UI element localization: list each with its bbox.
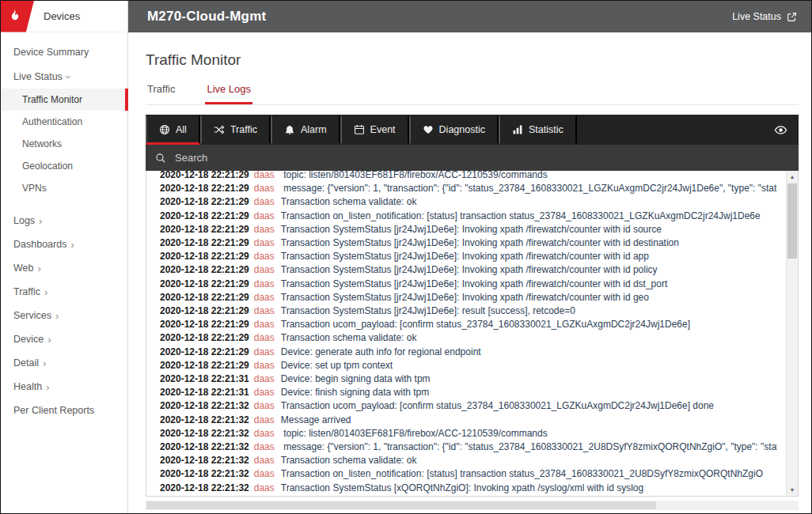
content-tabs: TrafficLive Logs	[146, 80, 799, 105]
log-toolbar: AllTrafficAlarmEventDiagnosticStatistic	[146, 115, 799, 145]
sidebar-item-detail[interactable]: Detail›	[1, 351, 127, 375]
log-line: 2020-12-18 22:21:29daasTransaction Syste…	[160, 236, 777, 250]
log-message: topic: listen/801403EF681F8/firebox/ACC-…	[281, 171, 548, 180]
sidebar-item-traffic-monitor[interactable]: Traffic Monitor	[1, 89, 127, 111]
sidebar-item-device-summary[interactable]: Device Summary	[1, 40, 127, 64]
scroll-up-arrow-icon[interactable]: ▲	[787, 171, 798, 183]
live-status-link[interactable]: Live Status	[732, 11, 797, 22]
sidebar-item-per-client-reports[interactable]: Per Client Reports	[1, 399, 127, 422]
log-filter-label: Event	[370, 124, 396, 135]
log-source: daas	[254, 455, 275, 466]
log-timestamp: 2020-12-18 22:21:29	[160, 171, 249, 180]
log-line: 2020-12-18 22:21:29daasTransaction Syste…	[160, 250, 777, 263]
sidebar-item-label: Dashboards	[13, 239, 66, 250]
sidebar-item-geolocation[interactable]: Geolocation	[1, 155, 127, 177]
sidebar-item-networks[interactable]: Networks	[1, 133, 127, 155]
log-source: daas	[254, 428, 275, 439]
log-filter-diagnostic[interactable]: Diagnostic	[409, 115, 499, 145]
content-area: Traffic Monitor TrafficLive Logs AllTraf…	[128, 32, 811, 513]
heart-icon	[423, 124, 434, 135]
log-filter-statistic[interactable]: Statistic	[499, 115, 577, 145]
chevron-right-icon: ›	[47, 334, 51, 345]
vertical-scrollbar[interactable]: ▲ ▼	[786, 171, 798, 496]
eye-icon	[774, 123, 787, 137]
chevron-right-icon: ›	[39, 216, 42, 226]
log-line: 2020-12-18 22:21:29daasTransaction Syste…	[160, 263, 777, 277]
sidebar-item-traffic[interactable]: Traffic›	[1, 280, 127, 304]
device-title: M270-Cloud-Mgmt	[147, 9, 732, 25]
log-line: 2020-12-18 22:21:29daasTransaction schem…	[160, 195, 777, 209]
sidebar-item-live-status[interactable]: Live Status›	[1, 64, 127, 89]
log-timestamp: 2020-12-18 22:21:29	[160, 237, 249, 248]
horizontal-scrollbar-thumb[interactable]	[146, 501, 656, 509]
sidebar-item-vpns[interactable]: VPNs	[1, 177, 127, 199]
sidebar-item-logs[interactable]: Logs›	[1, 209, 127, 232]
log-source: daas	[254, 196, 275, 207]
log-timestamp: 2020-12-18 22:21:29	[160, 319, 249, 330]
log-source: daas	[254, 224, 275, 235]
log-filter-alarm[interactable]: Alarm	[271, 115, 340, 145]
log-line: 2020-12-18 22:21:29daasTransaction ucom_…	[160, 318, 777, 331]
chevron-right-icon: ›	[55, 311, 59, 321]
sidebar-item-label: Per Client Reports	[13, 405, 94, 416]
tab-live-logs[interactable]: Live Logs	[205, 80, 252, 104]
log-filter-label: Traffic	[230, 124, 257, 135]
chevron-right-icon: ›	[70, 240, 74, 250]
calendar-icon	[354, 124, 365, 135]
sidebar-item-authentication[interactable]: Authentication	[1, 111, 127, 133]
sidebar: Devices Device SummaryLive Status›Traffi…	[1, 1, 128, 513]
search-input[interactable]	[173, 151, 569, 164]
log-message: topic: listen/801403EF681F8/firebox/ACC-…	[281, 428, 548, 439]
sidebar-item-label: Health	[13, 381, 42, 392]
log-filter-event[interactable]: Event	[340, 115, 409, 145]
tab-traffic[interactable]: Traffic	[146, 80, 176, 104]
log-source: daas	[254, 210, 275, 221]
log-line: 2020-12-18 22:21:29daasTransaction on_li…	[160, 210, 777, 223]
sidebar-item-web[interactable]: Web›	[1, 256, 127, 280]
sidebar-item-label: Traffic Monitor	[22, 94, 82, 105]
bar-chart-icon	[512, 124, 523, 135]
log-source: daas	[254, 319, 275, 330]
log-source: daas	[254, 387, 275, 398]
log-source: daas	[254, 278, 275, 289]
log-line: 2020-12-18 22:21:32daasTransaction on_li…	[160, 467, 777, 481]
external-link-icon	[787, 12, 797, 22]
log-search-bar	[146, 145, 799, 171]
log-source: daas	[254, 251, 275, 262]
log-source: daas	[254, 183, 275, 194]
log-lines: 2020-12-18 22:21:29daas topic: listen/80…	[146, 171, 798, 495]
chevron-right-icon: ›	[37, 263, 40, 274]
sidebar-item-dashboards[interactable]: Dashboards›	[1, 232, 127, 256]
log-message: Transaction SystemStatus [jr24Jwj1De6e]:…	[281, 224, 662, 235]
log-timestamp: 2020-12-18 22:21:32	[160, 455, 249, 466]
log-message: Transaction on_listen_notification: [sta…	[281, 210, 761, 221]
sidebar-item-device[interactable]: Device›	[1, 327, 127, 351]
bell-icon	[284, 124, 295, 135]
chevron-right-icon: ›	[44, 287, 47, 297]
live-scroll-toggle-button[interactable]	[772, 120, 789, 140]
log-message: Message arrived	[281, 414, 351, 425]
log-message: Device: begin signing data with tpm	[281, 373, 431, 384]
log-timestamp: 2020-12-18 22:21:29	[160, 224, 249, 235]
log-timestamp: 2020-12-18 22:21:29	[160, 332, 249, 343]
flame-icon	[6, 8, 23, 25]
watchguard-flame-logo	[1, 1, 34, 32]
sidebar-item-label: Web	[13, 263, 33, 274]
sidebar-item-health[interactable]: Health›	[1, 375, 127, 399]
scrollbar-track[interactable]	[787, 183, 798, 484]
horizontal-scrollbar[interactable]	[146, 501, 799, 510]
sidebar-item-label: Services	[13, 310, 51, 321]
log-message: Transaction SystemStatus [jr24Jwj1De6e]:…	[281, 278, 667, 289]
sidebar-item-services[interactable]: Services›	[1, 304, 127, 327]
log-filter-all[interactable]: All	[146, 115, 200, 145]
log-filter-traffic[interactable]: Traffic	[200, 115, 271, 145]
scroll-down-arrow-icon[interactable]: ▼	[787, 484, 798, 496]
log-message: Transaction SystemStatus [jr24Jwj1De6e]:…	[281, 251, 649, 262]
log-timestamp: 2020-12-18 22:21:29	[160, 196, 249, 207]
sidebar-item-label: Networks	[22, 138, 62, 149]
log-line: 2020-12-18 22:21:31daasDevice: finish si…	[160, 386, 777, 399]
sidebar-nav: Device SummaryLive Status›Traffic Monito…	[1, 32, 127, 422]
log-timestamp: 2020-12-18 22:21:29	[160, 292, 249, 303]
log-timestamp: 2020-12-18 22:21:32	[160, 414, 249, 425]
scrollbar-thumb[interactable]	[787, 183, 797, 259]
